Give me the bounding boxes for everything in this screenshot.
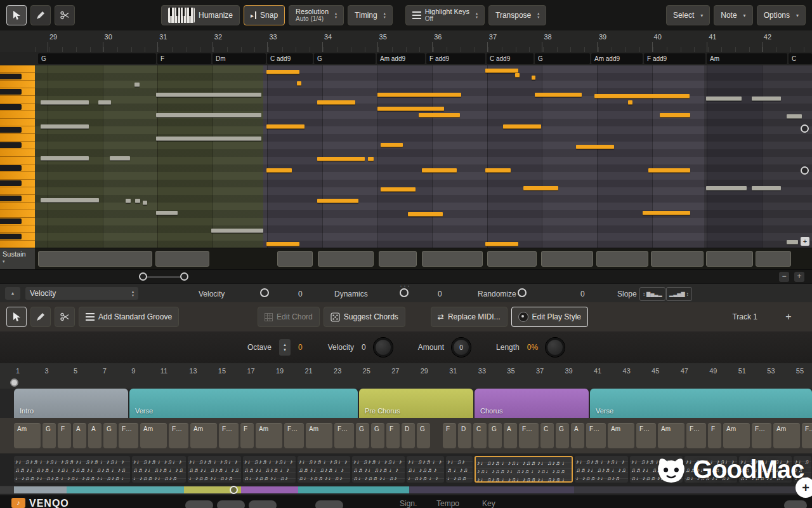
sustain-block[interactable] bbox=[277, 251, 313, 267]
piano-key[interactable] bbox=[0, 119, 35, 126]
midi-note-gray[interactable] bbox=[98, 100, 111, 105]
midi-note-gray[interactable] bbox=[706, 97, 742, 101]
midi-note-gray[interactable] bbox=[41, 156, 89, 161]
scrollbar-handle-right[interactable] bbox=[180, 272, 188, 281]
status-pill-1[interactable] bbox=[185, 500, 213, 508]
piano-black-key[interactable] bbox=[0, 234, 22, 239]
chord-chip[interactable]: G bbox=[38, 53, 156, 64]
midi-note-gray[interactable] bbox=[126, 199, 131, 203]
piano-key[interactable] bbox=[0, 195, 35, 203]
piano-key[interactable] bbox=[0, 180, 35, 187]
sustain-block[interactable] bbox=[756, 251, 791, 267]
midi-note-orange[interactable] bbox=[628, 100, 632, 105]
notation-block[interactable]: ♪♩♫♪♬♩♪♫♩♪♫♬♪♩♫ bbox=[446, 456, 473, 483]
chord-cell[interactable]: A bbox=[571, 423, 584, 448]
song-overview-minimap[interactable] bbox=[0, 485, 812, 495]
chord-cell[interactable]: G bbox=[356, 423, 369, 448]
humanize-button[interactable]: Humanize bbox=[161, 5, 240, 25]
midi-note-orange[interactable] bbox=[297, 81, 301, 86]
piano-key[interactable] bbox=[0, 241, 35, 248]
song-timeline-ruler[interactable]: 1357911131517192123252729313335373941434… bbox=[0, 363, 812, 389]
chord-cell[interactable]: Am bbox=[14, 423, 41, 448]
midi-note-orange[interactable] bbox=[317, 100, 355, 105]
minimap-viewport[interactable] bbox=[0, 486, 234, 494]
piano-key[interactable] bbox=[0, 157, 35, 164]
chord-cell[interactable]: Am bbox=[190, 423, 217, 448]
midi-note-orange[interactable] bbox=[381, 143, 403, 147]
chord-cell[interactable]: F… bbox=[752, 423, 771, 448]
notation-block[interactable]: ♪♩♫♪♬♩♪♫♩♪♫♬♪♩♫♪♬♩♪♫♩♪♫♬♪♩♫♪♬♩♪ bbox=[352, 456, 405, 483]
piano-black-key[interactable] bbox=[0, 104, 22, 110]
piano-key[interactable] bbox=[0, 142, 35, 149]
chord-cell[interactable]: Am bbox=[140, 423, 167, 448]
snap-button[interactable]: ▸ Snap bbox=[244, 5, 285, 25]
midi-note-orange[interactable] bbox=[576, 145, 614, 149]
chord-cell[interactable]: C bbox=[473, 423, 487, 448]
zoom-out-button[interactable]: − bbox=[779, 272, 789, 282]
midi-note-orange[interactable] bbox=[594, 94, 690, 98]
midi-note-gray[interactable] bbox=[787, 114, 802, 119]
midi-note-orange[interactable] bbox=[535, 93, 582, 97]
randomize-slider-knob[interactable] bbox=[518, 288, 527, 297]
notation-block[interactable]: ♪♩♫♪♬♩♪♫♩♪♫♬♪♩♫♪♬♩♪♫♩♪♫♬♪♩♫♪♬♩♪ bbox=[188, 456, 241, 483]
midi-note-gray[interactable] bbox=[156, 211, 178, 215]
midi-note-orange[interactable] bbox=[660, 113, 690, 117]
midi-note-gray[interactable] bbox=[211, 229, 263, 233]
chord-cell[interactable]: F bbox=[386, 423, 400, 448]
piano-black-key[interactable] bbox=[0, 218, 22, 224]
midi-note-orange[interactable] bbox=[485, 69, 518, 73]
track-name-label[interactable]: Track 1 bbox=[732, 312, 757, 321]
scrollbar-track[interactable] bbox=[143, 276, 185, 278]
pencil-tool-button[interactable] bbox=[30, 5, 51, 25]
chord-cell[interactable]: F… bbox=[284, 423, 304, 448]
replace-midi-button[interactable]: ⇄ Replace MIDI... bbox=[431, 307, 508, 327]
piano-key[interactable] bbox=[0, 233, 35, 241]
zoom-in-button[interactable]: + bbox=[794, 272, 804, 282]
status-pill-5[interactable] bbox=[784, 500, 807, 508]
slope-down-button[interactable]: ↕ ▇▅▃▂ bbox=[639, 287, 665, 301]
chord-chip[interactable]: Am add9 bbox=[377, 53, 425, 64]
chord-chip[interactable]: Dm bbox=[213, 53, 266, 64]
cursor-tool-button-2[interactable] bbox=[6, 307, 27, 327]
chord-cell[interactable]: A bbox=[504, 423, 517, 448]
vertical-scroll-handle-top[interactable] bbox=[801, 124, 809, 133]
collapse-panel-button[interactable]: ▴ bbox=[5, 287, 20, 300]
add-track-button[interactable]: + bbox=[780, 309, 797, 325]
cursor-tool-button[interactable] bbox=[6, 5, 27, 25]
amount-param-knob[interactable]: 0 bbox=[452, 338, 471, 357]
midi-note-orange[interactable] bbox=[377, 93, 461, 97]
notation-block[interactable]: ♪♩♫♪♬♩♪♫♩♪♫♬♪♩♫♪♬♩♪♫♩♪ bbox=[407, 456, 444, 483]
chord-cell[interactable]: C bbox=[540, 423, 554, 448]
midi-note-gray[interactable] bbox=[706, 186, 747, 190]
piano-black-key[interactable] bbox=[0, 165, 22, 171]
sustain-block[interactable] bbox=[379, 251, 417, 267]
chord-chip[interactable]: F add9 bbox=[644, 53, 705, 64]
section-block[interactable]: Verse bbox=[590, 389, 812, 418]
chord-cell[interactable]: F bbox=[708, 423, 721, 448]
chord-chip[interactable]: C bbox=[789, 53, 812, 64]
piano-key[interactable] bbox=[0, 149, 35, 157]
split-tool-button-2[interactable] bbox=[55, 307, 75, 327]
sustain-block[interactable] bbox=[651, 251, 704, 267]
midi-note-orange[interactable] bbox=[503, 124, 541, 129]
options-dropdown[interactable]: Options ▾ bbox=[757, 5, 806, 25]
sustain-block[interactable] bbox=[541, 251, 593, 267]
midi-note-orange[interactable] bbox=[485, 168, 511, 173]
piano-key[interactable] bbox=[0, 104, 35, 111]
midi-note-orange[interactable] bbox=[419, 113, 460, 117]
piano-key[interactable] bbox=[0, 65, 35, 73]
chord-cell[interactable]: F… bbox=[586, 423, 606, 448]
chord-cell[interactable]: G bbox=[43, 423, 56, 448]
add-standard-groove-button[interactable]: Add Standard Groove bbox=[79, 307, 179, 327]
piano-key[interactable] bbox=[0, 218, 35, 225]
piano-key[interactable] bbox=[0, 111, 35, 119]
midi-note-orange[interactable] bbox=[377, 107, 444, 111]
midi-note-orange[interactable] bbox=[381, 187, 416, 192]
chord-cell[interactable]: F bbox=[58, 423, 71, 448]
velocity-slider-knob[interactable] bbox=[260, 288, 269, 297]
sustain-lane-header[interactable]: Sustain ▾ bbox=[0, 248, 35, 270]
chord-chip[interactable]: Am add9 bbox=[591, 53, 643, 64]
timing-dropdown[interactable]: Timing ▴▾ bbox=[348, 5, 393, 25]
chord-chip[interactable]: C add9 bbox=[267, 53, 313, 64]
playhead-handle[interactable] bbox=[10, 378, 18, 387]
